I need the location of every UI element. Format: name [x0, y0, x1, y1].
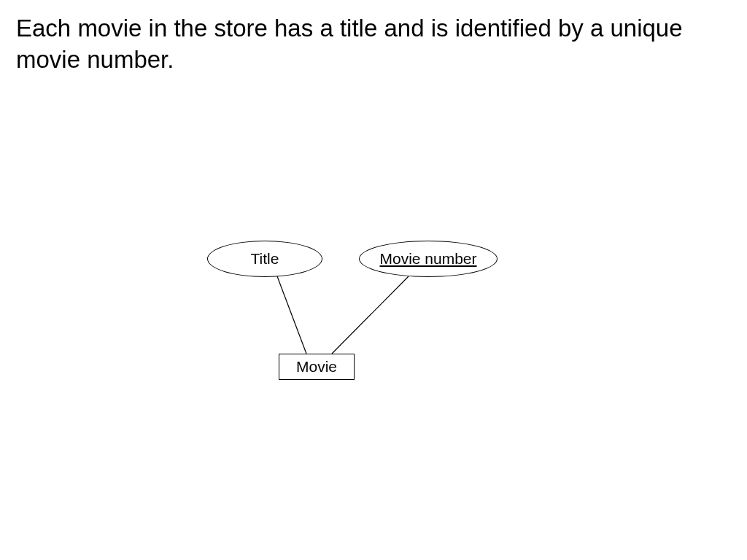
attribute-movie-number-label: Movie number — [379, 250, 476, 268]
entity-movie-label: Movie — [296, 358, 337, 376]
attribute-title-label: Title — [251, 250, 279, 268]
entity-movie-box: Movie — [279, 354, 355, 380]
attribute-title-ellipse: Title — [207, 241, 322, 277]
slide-description: Each movie in the store has a title and … — [16, 13, 731, 76]
er-diagram: Title Movie number Movie — [197, 241, 562, 401]
attribute-movie-number-ellipse: Movie number — [359, 241, 498, 277]
line-movienumber-to-movie — [332, 276, 409, 354]
line-title-to-movie — [277, 276, 306, 354]
